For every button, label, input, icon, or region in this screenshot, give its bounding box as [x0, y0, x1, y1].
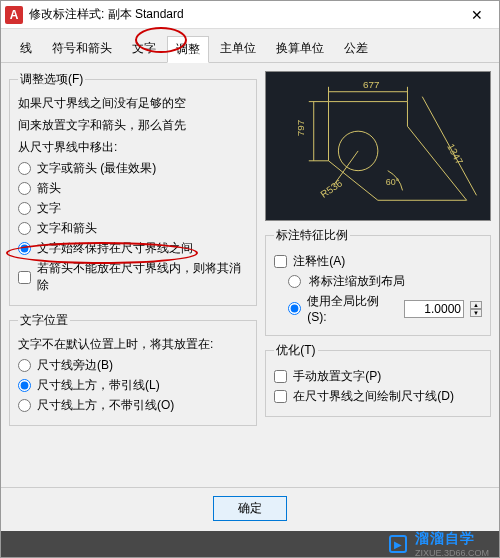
svg-point-0 — [339, 131, 378, 170]
dimension-preview: 677 797 1347 R536 60° — [265, 71, 491, 221]
radio-text-arrows-label: 文字和箭头 — [37, 220, 97, 237]
fit-desc-line2: 间来放置文字和箭头，那么首先 — [18, 116, 248, 134]
radio-arrows-input[interactable] — [18, 182, 31, 195]
radio-text-label: 文字 — [37, 200, 61, 217]
radio-best-fit[interactable]: 文字或箭头 (最佳效果) — [18, 160, 248, 177]
optimize-legend: 优化(T) — [274, 342, 317, 359]
tab-line[interactable]: 线 — [11, 35, 41, 62]
preview-dim-radius: R536 — [319, 177, 345, 200]
global-scale-input[interactable] — [404, 300, 464, 318]
radio-text-arrows-input[interactable] — [18, 222, 31, 235]
radio-beside-dimline[interactable]: 尺寸线旁边(B) — [18, 357, 248, 374]
check-manual-text[interactable]: 手动放置文字(P) — [274, 368, 482, 385]
close-button[interactable]: ✕ — [459, 5, 495, 25]
radio-keep-text-between-input[interactable] — [18, 242, 31, 255]
preview-dim-diag: 1347 — [445, 142, 465, 167]
radio-arrows[interactable]: 箭头 — [18, 180, 248, 197]
dialog-window: A 修改标注样式: 副本 Standard ✕ 线 符号和箭头 文字 调整 主单… — [0, 0, 500, 558]
radio-scale-global-input[interactable] — [288, 302, 301, 315]
ok-button[interactable]: 确定 — [213, 496, 287, 521]
window-title: 修改标注样式: 副本 Standard — [29, 6, 459, 23]
radio-over-no-leader[interactable]: 尺寸线上方，不带引线(O) — [18, 397, 248, 414]
text-placement-legend: 文字位置 — [18, 312, 70, 329]
optimize-group: 优化(T) 手动放置文字(P) 在尺寸界线之间绘制尺寸线(D) — [265, 342, 491, 417]
watermark-icon: ▶ — [389, 535, 407, 553]
check-manual-text-label: 手动放置文字(P) — [293, 368, 381, 385]
radio-scale-global-label: 使用全局比例(S): — [307, 293, 398, 324]
radio-keep-text-between-label: 文字始终保持在尺寸界线之间 — [37, 240, 193, 257]
radio-over-with-leader[interactable]: 尺寸线上方，带引线(L) — [18, 377, 248, 394]
radio-over-with-leader-label: 尺寸线上方，带引线(L) — [37, 377, 160, 394]
radio-beside-dimline-label: 尺寸线旁边(B) — [37, 357, 113, 374]
fit-options-legend: 调整选项(F) — [18, 71, 85, 88]
check-draw-dimline[interactable]: 在尺寸界线之间绘制尺寸线(D) — [274, 388, 482, 405]
scale-group: 标注特征比例 注释性(A) 将标注缩放到布局 使用全局比例(S): ▲ ▼ — [265, 227, 491, 336]
radio-scale-layout-input[interactable] — [288, 275, 301, 288]
fit-desc-line3: 从尺寸界线中移出: — [18, 138, 248, 156]
check-suppress-arrows-input[interactable] — [18, 271, 31, 284]
fit-options-group: 调整选项(F) 如果尺寸界线之间没有足够的空 间来放置文字和箭头，那么首先 从尺… — [9, 71, 257, 306]
radio-over-no-leader-input[interactable] — [18, 399, 31, 412]
check-annotative-label: 注释性(A) — [293, 253, 345, 270]
preview-dim-top: 677 — [363, 79, 379, 90]
scale-spin-down[interactable]: ▼ — [470, 309, 482, 317]
tab-strip: 线 符号和箭头 文字 调整 主单位 换算单位 公差 — [1, 29, 499, 63]
check-manual-text-input[interactable] — [274, 370, 287, 383]
radio-scale-layout-label: 将标注缩放到布局 — [309, 273, 405, 290]
radio-text-input[interactable] — [18, 202, 31, 215]
check-suppress-arrows-label: 若箭头不能放在尺寸界线内，则将其消除 — [37, 260, 248, 294]
radio-beside-dimline-input[interactable] — [18, 359, 31, 372]
check-suppress-arrows[interactable]: 若箭头不能放在尺寸界线内，则将其消除 — [18, 260, 248, 294]
scale-spinner: ▲ ▼ — [470, 301, 482, 317]
left-column: 调整选项(F) 如果尺寸界线之间没有足够的空 间来放置文字和箭头，那么首先 从尺… — [9, 71, 257, 426]
scale-spin-up[interactable]: ▲ — [470, 301, 482, 309]
tab-symbols-arrows[interactable]: 符号和箭头 — [43, 35, 121, 62]
radio-scale-global[interactable]: 使用全局比例(S): — [288, 293, 398, 324]
check-annotative-input[interactable] — [274, 255, 287, 268]
radio-arrows-label: 箭头 — [37, 180, 61, 197]
right-column: 677 797 1347 R536 60° 标注特征比例 注释性(A) 将标注缩… — [265, 71, 491, 426]
tab-tolerance[interactable]: 公差 — [335, 35, 377, 62]
button-bar: 确定 — [1, 487, 499, 529]
watermark: ▶ 溜溜自学 ZIXUE.3D66.COM — [1, 531, 499, 557]
preview-dim-left: 797 — [295, 120, 306, 136]
radio-over-no-leader-label: 尺寸线上方，不带引线(O) — [37, 397, 174, 414]
radio-text-arrows[interactable]: 文字和箭头 — [18, 220, 248, 237]
radio-best-fit-label: 文字或箭头 (最佳效果) — [37, 160, 156, 177]
check-draw-dimline-label: 在尺寸界线之间绘制尺寸线(D) — [293, 388, 454, 405]
tab-fit[interactable]: 调整 — [167, 36, 209, 63]
radio-text[interactable]: 文字 — [18, 200, 248, 217]
dialog-content: 调整选项(F) 如果尺寸界线之间没有足够的空 间来放置文字和箭头，那么首先 从尺… — [1, 63, 499, 434]
titlebar: A 修改标注样式: 副本 Standard ✕ — [1, 1, 499, 29]
preview-dim-angle: 60° — [386, 177, 400, 187]
radio-scale-layout[interactable]: 将标注缩放到布局 — [288, 273, 482, 290]
tab-alt-units[interactable]: 换算单位 — [267, 35, 333, 62]
watermark-brand: 溜溜自学 — [415, 530, 489, 548]
radio-best-fit-input[interactable] — [18, 162, 31, 175]
text-placement-group: 文字位置 文字不在默认位置上时，将其放置在: 尺寸线旁边(B) 尺寸线上方，带引… — [9, 312, 257, 426]
tab-text[interactable]: 文字 — [123, 35, 165, 62]
tab-primary-units[interactable]: 主单位 — [211, 35, 265, 62]
check-draw-dimline-input[interactable] — [274, 390, 287, 403]
app-logo: A — [5, 6, 23, 24]
fit-desc-line1: 如果尺寸界线之间没有足够的空 — [18, 94, 248, 112]
radio-keep-text-between[interactable]: 文字始终保持在尺寸界线之间 — [18, 240, 248, 257]
radio-over-with-leader-input[interactable] — [18, 379, 31, 392]
watermark-text-wrap: 溜溜自学 ZIXUE.3D66.COM — [415, 530, 489, 558]
text-placement-desc: 文字不在默认位置上时，将其放置在: — [18, 335, 248, 353]
watermark-url: ZIXUE.3D66.COM — [415, 548, 489, 558]
preview-svg: 677 797 1347 R536 60° — [266, 72, 490, 220]
scale-legend: 标注特征比例 — [274, 227, 350, 244]
check-annotative[interactable]: 注释性(A) — [274, 253, 482, 270]
